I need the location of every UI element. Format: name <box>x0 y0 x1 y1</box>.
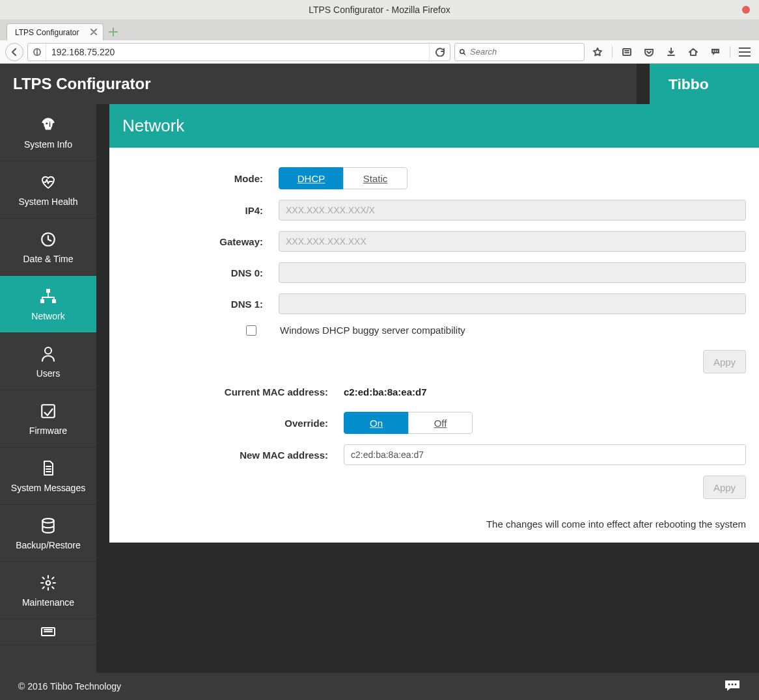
network-icon <box>36 288 60 306</box>
sidebar-item-label: System Health <box>18 196 77 207</box>
back-button[interactable] <box>5 43 23 61</box>
svg-point-3 <box>713 50 714 51</box>
bookmark-star-icon[interactable] <box>588 43 607 61</box>
app-root: LTPS Configurator Tibbo i System Info Sy… <box>0 64 759 700</box>
chat-icon[interactable] <box>706 43 724 61</box>
svg-text:i: i <box>49 120 51 128</box>
sidebar-item-date-time[interactable]: Date & Time <box>0 219 96 276</box>
browser-toolbar <box>0 40 759 64</box>
home-icon[interactable] <box>684 43 702 61</box>
window-title: LTPS Configurator - Mozilla Firefox <box>309 5 450 15</box>
gear-icon <box>36 574 60 592</box>
clock-icon <box>36 230 60 249</box>
identity-icon[interactable] <box>28 44 46 61</box>
svg-point-15 <box>42 518 53 523</box>
svg-point-16 <box>46 580 51 585</box>
svg-text:Tibbo: Tibbo <box>669 75 709 92</box>
search-icon <box>459 47 466 57</box>
new-tab-button[interactable] <box>109 23 118 40</box>
info-icon: i <box>36 116 60 134</box>
search-input[interactable] <box>470 47 580 57</box>
override-label: Override: <box>122 418 344 429</box>
sidebar: i System Info System Health Date & Time <box>0 104 96 700</box>
tab-title: LTPS Configurator <box>15 28 79 37</box>
compat-checkbox[interactable] <box>246 325 256 336</box>
apply-button-1[interactable]: Appy <box>703 350 746 373</box>
sidebar-item-system-health[interactable]: System Health <box>0 161 96 219</box>
apply-button-2[interactable]: Appy <box>703 476 746 499</box>
panel-body: Mode: DHCP Static IP4: <box>109 148 759 543</box>
tab-close-icon[interactable] <box>90 28 98 36</box>
document-icon <box>36 459 60 478</box>
svg-rect-10 <box>46 289 50 293</box>
device-icon <box>36 623 60 641</box>
heartbeat-icon <box>36 173 60 191</box>
mode-dhcp-button[interactable]: DHCP <box>279 167 343 189</box>
svg-rect-11 <box>40 299 44 303</box>
database-icon <box>36 517 60 535</box>
sidebar-item-label: Backup/Restore <box>16 540 81 550</box>
sidebar-item-system-info[interactable]: i System Info <box>0 104 96 161</box>
svg-point-19 <box>732 683 734 685</box>
ip4-input[interactable] <box>279 200 746 221</box>
app-footer: © 2016 Tibbo Technology <box>0 673 759 700</box>
user-icon <box>36 345 60 363</box>
sidebar-item-system-messages[interactable]: System Messages <box>0 448 96 505</box>
ip4-label: IP4: <box>122 205 279 216</box>
content-area: Network Mode: DHCP Static IP4: <box>109 104 759 700</box>
sidebar-item-maintenance[interactable]: Maintenance <box>0 562 96 619</box>
dns0-input[interactable] <box>279 262 746 283</box>
sidebar-item-firmware[interactable]: Firmware <box>0 390 96 448</box>
sidebar-item-label: Network <box>31 311 64 321</box>
search-bar[interactable] <box>454 43 585 61</box>
network-panel: Network Mode: DHCP Static IP4: <box>109 104 759 543</box>
browser-tabbar: LTPS Configurator <box>0 20 759 40</box>
app-title: LTPS Configurator <box>0 75 637 93</box>
feedback-chat-icon[interactable] <box>724 679 741 694</box>
override-on-button[interactable]: On <box>344 412 408 434</box>
menu-button[interactable] <box>736 43 754 61</box>
url-input[interactable] <box>46 47 429 57</box>
sidebar-item-backup-restore[interactable]: Backup/Restore <box>0 505 96 562</box>
toolbar-separator-2 <box>730 46 730 58</box>
panel-title: Network <box>122 116 746 136</box>
gateway-label: Gateway: <box>122 236 279 247</box>
url-bar[interactable] <box>27 43 450 61</box>
compat-label: Windows DHCP buggy server compatibility <box>280 325 465 336</box>
sidebar-gap <box>96 104 109 700</box>
sidebar-item-label: System Messages <box>11 483 85 493</box>
toolbar-separator <box>612 46 613 58</box>
dns1-input[interactable] <box>279 293 746 314</box>
readinglist-icon[interactable] <box>618 43 636 61</box>
window-titlebar: LTPS Configurator - Mozilla Firefox <box>0 0 759 20</box>
dns0-label: DNS 0: <box>122 267 279 278</box>
window-close-button[interactable] <box>742 6 750 14</box>
svg-rect-12 <box>52 299 56 303</box>
sidebar-item-label: System Info <box>24 139 72 150</box>
override-off-button[interactable]: Off <box>408 412 473 434</box>
downloads-icon[interactable] <box>662 43 680 61</box>
svg-point-20 <box>735 683 737 685</box>
header-gap <box>637 64 650 104</box>
pocket-icon[interactable] <box>640 43 658 61</box>
sidebar-item-users[interactable]: Users <box>0 333 96 390</box>
gateway-input[interactable] <box>279 231 746 252</box>
dns1-label: DNS 1: <box>122 299 279 310</box>
app-header: LTPS Configurator Tibbo <box>0 64 759 104</box>
hamburger-icon <box>739 47 751 57</box>
sidebar-item-label: Firmware <box>29 425 67 436</box>
current-mac-value: c2:ed:ba:8a:ea:d7 <box>344 386 427 397</box>
svg-point-5 <box>717 50 718 51</box>
browser-tab[interactable]: LTPS Configurator <box>7 23 104 40</box>
reboot-note: The changes will come into effect after … <box>122 512 746 530</box>
panel-header: Network <box>109 104 759 148</box>
new-mac-label: New MAC address: <box>122 450 344 461</box>
svg-point-13 <box>45 347 51 354</box>
mode-static-button[interactable]: Static <box>343 167 407 189</box>
sidebar-item-more[interactable] <box>0 619 96 645</box>
sidebar-item-network[interactable]: Network <box>0 276 96 333</box>
reload-button[interactable] <box>429 44 450 61</box>
svg-point-4 <box>715 50 716 51</box>
new-mac-input[interactable] <box>344 444 746 465</box>
svg-point-1 <box>460 49 464 53</box>
